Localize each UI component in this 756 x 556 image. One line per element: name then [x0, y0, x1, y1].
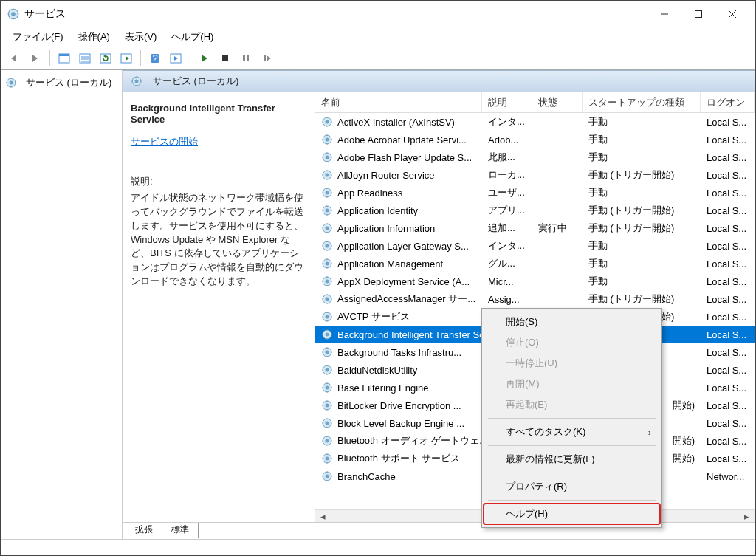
restart-button[interactable]	[257, 49, 276, 68]
service-row[interactable]: ActiveX Installer (AxInstSV)インタ...手動Loca…	[315, 113, 755, 131]
status-bar	[1, 539, 755, 555]
service-name: Block Level Backup Engine ...	[337, 418, 464, 429]
service-row[interactable]: AssignedAccessManager サー...Assig...手動 (ト…	[315, 290, 755, 308]
service-logon: Local S...	[701, 432, 755, 450]
tree-item-services-local[interactable]: サービス (ローカル)	[1, 73, 122, 92]
svg-rect-3	[695, 11, 702, 18]
toolbar-separator	[190, 50, 190, 66]
service-name: AssignedAccessManager サー...	[337, 292, 475, 306]
gear-icon	[321, 346, 333, 358]
action-button[interactable]	[166, 49, 185, 68]
ctx-refresh[interactable]: 最新の情報に更新(F)	[484, 449, 660, 470]
service-row[interactable]: Application Managementグル...手動Local S...	[315, 255, 755, 272]
start-service-link[interactable]: サービスの開始	[131, 135, 198, 148]
menu-help[interactable]: ヘルプ(H)	[164, 28, 221, 46]
service-startup: 手動 (トリガー開始)	[583, 166, 701, 184]
service-state	[532, 290, 583, 308]
tab-extended[interactable]: 拡張	[126, 523, 162, 538]
service-name: Bluetooth オーディオ ゲートウェ...	[337, 434, 482, 447]
stop-button[interactable]	[216, 49, 235, 68]
service-name: AppX Deployment Service (A...	[337, 276, 470, 287]
maximize-button[interactable]	[681, 3, 715, 25]
service-name: BranchCache	[337, 471, 396, 482]
service-logon: Local S...	[701, 237, 755, 255]
col-state[interactable]: 状態	[532, 92, 583, 112]
service-desc: ユーザ...	[482, 184, 532, 202]
play-button[interactable]	[195, 49, 214, 68]
service-logon: Local S...	[701, 343, 755, 361]
menubar: ファイル(F) 操作(A) 表示(V) ヘルプ(H)	[1, 27, 755, 47]
col-startup[interactable]: スタートアップの種類	[583, 92, 701, 112]
help-button[interactable]: ?	[145, 49, 165, 68]
service-startup: 手動	[583, 148, 701, 166]
service-row[interactable]: Application Layer Gateway S...インタ...手動Lo…	[315, 237, 755, 255]
svg-rect-7	[59, 54, 69, 56]
back-button[interactable]	[5, 49, 24, 68]
service-startup: 手動	[583, 184, 701, 202]
service-row[interactable]: Adobe Acrobat Update Servi...Adob...手動Lo…	[315, 131, 755, 148]
service-startup: 手動 (トリガー開始)	[583, 202, 701, 219]
ctx-help[interactable]: ヘルプ(H)	[484, 504, 660, 524]
pause-button[interactable]	[236, 49, 255, 68]
service-logon: Local S...	[701, 272, 755, 290]
service-desc: インタ...	[482, 113, 532, 131]
service-name: AVCTP サービス	[337, 310, 410, 323]
export-button[interactable]	[117, 49, 136, 68]
ctx-pause: 一時停止(U)	[484, 353, 660, 374]
menu-file[interactable]: ファイル(F)	[5, 28, 71, 46]
svg-text:?: ?	[152, 52, 157, 64]
col-name[interactable]: 名前	[315, 92, 482, 112]
service-row[interactable]: AllJoyn Router Serviceローカ...手動 (トリガー開始)L…	[315, 166, 755, 184]
refresh-button[interactable]	[96, 49, 115, 68]
titlebar: サービス	[1, 1, 755, 27]
service-desc: Assig...	[482, 290, 532, 308]
gear-icon	[321, 311, 333, 323]
minimize-button[interactable]	[647, 3, 681, 25]
ctx-properties[interactable]: プロパティ(R)	[484, 476, 660, 497]
service-startup: 手動 (トリガー開始)	[583, 219, 701, 237]
submenu-arrow-icon: ›	[648, 427, 651, 438]
svg-rect-18	[243, 55, 245, 61]
service-logon: Local S...	[701, 131, 755, 148]
service-row[interactable]: App Readinessユーザ...手動Local S...	[315, 184, 755, 202]
service-name: Bluetooth サポート サービス	[337, 452, 460, 465]
service-name: AllJoyn Router Service	[337, 170, 435, 181]
col-logon[interactable]: ログオン	[701, 92, 755, 112]
service-logon: Local S...	[701, 450, 755, 467]
service-row[interactable]: Application Information追加...実行中手動 (トリガー開…	[315, 219, 755, 237]
col-description[interactable]: 説明	[482, 92, 532, 112]
service-row[interactable]: Application Identityアプリ...手動 (トリガー開始)Loc…	[315, 202, 755, 219]
svg-rect-17	[222, 55, 228, 61]
service-row[interactable]: Adobe Flash Player Update S...此服...手動Loc…	[315, 148, 755, 166]
properties-button[interactable]	[75, 49, 94, 68]
services-icon	[7, 7, 20, 21]
gear-icon	[321, 134, 333, 145]
service-startup: 手動	[583, 131, 701, 148]
gear-icon	[321, 293, 333, 305]
show-hide-tree-button[interactable]	[55, 49, 74, 68]
gear-icon	[321, 275, 333, 287]
scroll-left-icon[interactable]: ◂	[317, 511, 329, 522]
close-button[interactable]	[715, 3, 749, 25]
service-logon: Local S...	[701, 202, 755, 219]
menu-view[interactable]: 表示(V)	[117, 28, 164, 46]
menu-action[interactable]: 操作(A)	[71, 28, 117, 46]
context-menu: 開始(S) 停止(O) 一時停止(U) 再開(M) 再起動(E) すべてのタスク…	[481, 308, 662, 528]
service-logon: Local S...	[701, 379, 755, 397]
forward-button[interactable]	[26, 49, 45, 68]
service-logon: Local S...	[701, 308, 755, 326]
gear-icon	[321, 399, 333, 411]
ctx-start[interactable]: 開始(S)	[484, 312, 660, 332]
service-name: Background Intelligent Transfer Service	[337, 329, 482, 340]
gear-icon	[321, 329, 333, 340]
gear-icon	[321, 151, 333, 163]
pane-header: サービス (ローカル)	[123, 70, 755, 92]
ctx-all-tasks[interactable]: すべてのタスク(K)›	[484, 422, 660, 442]
service-logon: Local S...	[701, 255, 755, 272]
tab-standard[interactable]: 標準	[162, 523, 199, 538]
service-state	[532, 272, 583, 290]
service-startup: 手動	[583, 113, 701, 131]
scroll-right-icon[interactable]: ▸	[740, 511, 753, 522]
service-row[interactable]: AppX Deployment Service (A...Micr...手動Lo…	[315, 272, 755, 290]
gear-icon	[321, 205, 333, 216]
